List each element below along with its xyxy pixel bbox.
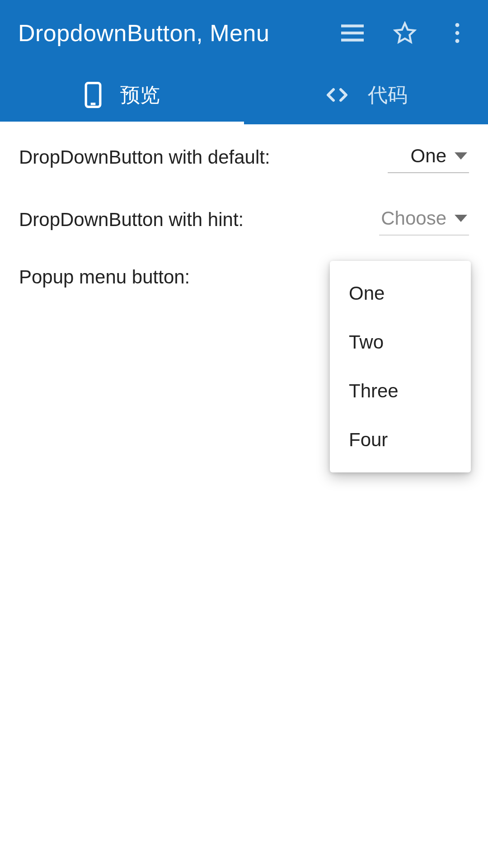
- popup-item-two[interactable]: Two: [330, 318, 471, 367]
- page-title: DropdownButton, Menu: [18, 19, 340, 47]
- popup-item-one[interactable]: One: [330, 269, 471, 318]
- tabs: 预览 代码: [0, 66, 488, 124]
- appbar-top: DropdownButton, Menu: [0, 0, 488, 66]
- row-hint: DropDownButton with hint: Choose: [19, 204, 469, 236]
- popup-menu: One Two Three Four: [330, 261, 471, 472]
- hamburger-icon: [341, 24, 364, 42]
- chevron-down-icon: [455, 215, 467, 222]
- hint-label: DropDownButton with hint:: [19, 209, 244, 231]
- dropdown-hint-value: Choose: [381, 208, 446, 229]
- svg-rect-1: [341, 31, 364, 34]
- popup-label: Popup menu button:: [19, 266, 190, 288]
- star-outline-icon: [393, 21, 417, 45]
- tab-code[interactable]: 代码: [244, 66, 488, 124]
- default-label: DropDownButton with default:: [19, 146, 270, 168]
- svg-point-4: [455, 23, 460, 27]
- svg-marker-3: [395, 23, 414, 42]
- favorite-button[interactable]: [392, 20, 418, 46]
- row-default: DropDownButton with default: One: [19, 142, 469, 173]
- dropdown-default[interactable]: One: [388, 142, 469, 173]
- tab-preview[interactable]: 预览: [0, 66, 244, 124]
- chevron-down-icon: [455, 152, 467, 160]
- tab-label: 代码: [368, 82, 408, 108]
- tab-label: 预览: [120, 82, 160, 108]
- dropdown-hint[interactable]: Choose: [379, 204, 469, 236]
- more-vert-icon: [455, 23, 460, 43]
- svg-rect-2: [341, 38, 364, 41]
- overflow-button[interactable]: [445, 20, 470, 46]
- popup-item-four[interactable]: Four: [330, 415, 471, 464]
- svg-rect-0: [341, 24, 364, 27]
- phone-icon: [84, 82, 102, 108]
- code-icon: [324, 87, 350, 103]
- appbar: DropdownButton, Menu: [0, 0, 488, 124]
- svg-point-5: [455, 31, 460, 35]
- appbar-actions: [340, 20, 474, 46]
- dropdown-default-value: One: [411, 145, 446, 167]
- popup-item-three[interactable]: Three: [330, 367, 471, 415]
- svg-point-6: [455, 39, 460, 43]
- menu-button[interactable]: [340, 20, 365, 46]
